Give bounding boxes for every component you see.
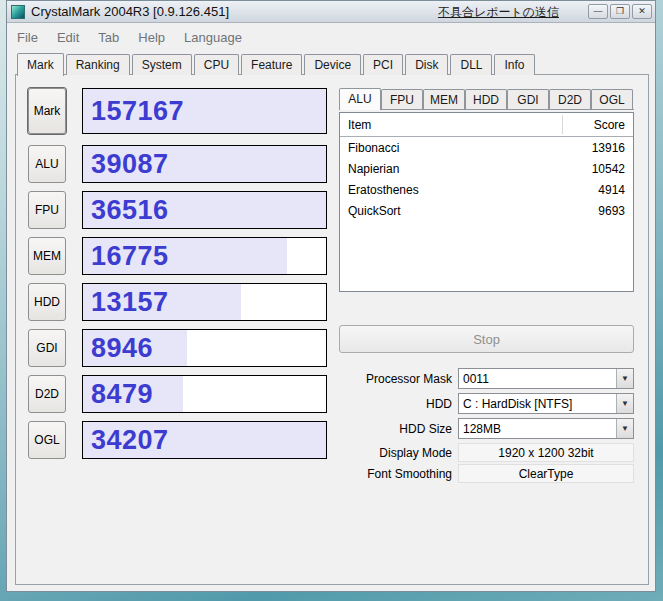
detail-tab-alu[interactable]: ALU xyxy=(339,88,381,110)
fpu-button[interactable]: FPU xyxy=(28,191,66,229)
report-link[interactable]: 不具合レポートの送信 xyxy=(438,4,559,21)
processor-mask-label: Processor Mask xyxy=(339,372,452,386)
setting-font-smoothing: Font Smoothing ClearType xyxy=(339,464,634,483)
bench-row-mark: Mark 157167 xyxy=(28,88,328,134)
gdi-score-value: 8946 xyxy=(91,330,153,366)
chevron-down-icon[interactable]: ▼ xyxy=(616,419,633,438)
bench-row-alu: ALU 39087 xyxy=(28,145,328,183)
table-cell-item: Fibonacci xyxy=(348,141,399,155)
mark-tab-panel: Mark 157167 ALU 39087 FPU 36516 xyxy=(15,74,649,585)
table-header: Item Score xyxy=(340,113,633,137)
hdd-score-bar: 13157 xyxy=(82,283,327,321)
hdd-size-label: HDD Size xyxy=(339,422,452,436)
tab-dll[interactable]: DLL xyxy=(450,54,492,75)
detail-tab-fpu[interactable]: FPU xyxy=(381,89,423,109)
tab-info[interactable]: Info xyxy=(494,54,534,75)
tab-feature[interactable]: Feature xyxy=(241,54,302,75)
bench-row-mem: MEM 16775 xyxy=(28,237,328,275)
detail-tab-mem[interactable]: MEM xyxy=(423,89,465,109)
detail-tab-hdd[interactable]: HDD xyxy=(465,89,507,109)
bench-row-fpu: FPU 36516 xyxy=(28,191,328,229)
mark-score-bar: 157167 xyxy=(82,88,327,134)
stop-button[interactable]: Stop xyxy=(339,325,634,353)
hdd-button[interactable]: HDD xyxy=(28,283,66,321)
chevron-down-icon[interactable]: ▼ xyxy=(616,369,633,388)
detail-score-table: Item Score Fibonacci 13916 Napierian 105… xyxy=(339,112,634,292)
menu-help[interactable]: Help xyxy=(138,30,165,45)
hdd-score-value: 13157 xyxy=(91,284,169,320)
chevron-down-icon[interactable]: ▼ xyxy=(616,394,633,413)
table-cell-item: Napierian xyxy=(348,162,399,176)
d2d-score-bar: 8479 xyxy=(82,375,327,413)
processor-mask-value: 0011 xyxy=(459,372,616,386)
setting-display-mode: Display Mode 1920 x 1200 32bit xyxy=(339,443,634,462)
setting-hdd-size: HDD Size 128MB ▼ xyxy=(339,418,634,439)
tab-device[interactable]: Device xyxy=(304,54,361,75)
gdi-score-bar: 8946 xyxy=(82,329,327,367)
app-window: CrystalMark 2004R3 [0.9.126.451] 不具合レポート… xyxy=(6,0,656,592)
main-tabstrip: Mark Ranking System CPU Feature Device P… xyxy=(17,53,537,75)
detail-tab-gdi[interactable]: GDI xyxy=(507,89,549,109)
tab-system[interactable]: System xyxy=(132,54,192,75)
table-header-score: Score xyxy=(594,118,625,132)
mem-score-bar: 16775 xyxy=(82,237,327,275)
titlebar: CrystalMark 2004R3 [0.9.126.451] 不具合レポート… xyxy=(7,1,655,23)
menu-file[interactable]: File xyxy=(17,30,38,45)
menu-language[interactable]: Language xyxy=(184,30,242,45)
mem-button[interactable]: MEM xyxy=(28,237,66,275)
table-header-item: Item xyxy=(348,118,371,132)
settings-group: Processor Mask 0011 ▼ HDD C : HardDisk [… xyxy=(339,368,634,483)
menu-tab[interactable]: Tab xyxy=(98,30,119,45)
setting-processor-mask: Processor Mask 0011 ▼ xyxy=(339,368,634,389)
tab-cpu[interactable]: CPU xyxy=(194,54,239,75)
detail-tab-d2d[interactable]: D2D xyxy=(549,89,591,109)
table-row: Napierian 10542 xyxy=(340,158,633,179)
tab-mark[interactable]: Mark xyxy=(17,53,64,76)
alu-button[interactable]: ALU xyxy=(28,145,66,183)
detail-tab-ogl[interactable]: OGL xyxy=(591,89,633,109)
ogl-score-value: 34207 xyxy=(91,422,169,458)
setting-hdd: HDD C : HardDisk [NTFS] ▼ xyxy=(339,393,634,414)
bench-row-ogl: OGL 34207 xyxy=(28,421,328,459)
bench-row-d2d: D2D 8479 xyxy=(28,375,328,413)
bench-row-hdd: HDD 13157 xyxy=(28,283,328,321)
maximize-icon[interactable]: ❐ xyxy=(610,4,630,19)
table-cell-score: 9693 xyxy=(598,204,625,218)
window-controls: — ❐ ✕ xyxy=(588,4,652,19)
hdd-label: HDD xyxy=(339,397,452,411)
table-row: Eratosthenes 4914 xyxy=(340,179,633,200)
menubar: File Edit Tab Help Language xyxy=(17,30,242,45)
menu-edit[interactable]: Edit xyxy=(57,30,79,45)
processor-mask-select[interactable]: 0011 ▼ xyxy=(458,368,634,389)
d2d-button[interactable]: D2D xyxy=(28,375,66,413)
alu-score-value: 39087 xyxy=(91,146,169,182)
window-title: CrystalMark 2004R3 [0.9.126.451] xyxy=(31,4,229,19)
tab-disk[interactable]: Disk xyxy=(405,54,448,75)
table-cell-score: 4914 xyxy=(598,183,625,197)
column-divider xyxy=(562,115,563,134)
ogl-button[interactable]: OGL xyxy=(28,421,66,459)
hdd-size-select[interactable]: 128MB ▼ xyxy=(458,418,634,439)
tab-pci[interactable]: PCI xyxy=(363,54,403,75)
detail-tabstrip: ALU FPU MEM HDD GDI D2D OGL xyxy=(339,88,634,110)
detail-panel: ALU FPU MEM HDD GDI D2D OGL Item Score F… xyxy=(339,88,634,485)
table-cell-item: Eratosthenes xyxy=(348,183,419,197)
table-row: Fibonacci 13916 xyxy=(340,137,633,158)
hdd-select[interactable]: C : HardDisk [NTFS] ▼ xyxy=(458,393,634,414)
benchmark-list: Mark 157167 ALU 39087 FPU 36516 xyxy=(28,88,328,467)
font-smoothing-label: Font Smoothing xyxy=(339,467,452,481)
mem-score-value: 16775 xyxy=(91,238,169,274)
tab-ranking[interactable]: Ranking xyxy=(66,54,130,75)
alu-score-bar: 39087 xyxy=(82,145,327,183)
minimize-icon[interactable]: — xyxy=(588,4,608,19)
close-icon[interactable]: ✕ xyxy=(632,4,652,19)
hdd-value: C : HardDisk [NTFS] xyxy=(459,397,616,411)
mark-score-value: 157167 xyxy=(91,89,184,133)
fpu-score-bar: 36516 xyxy=(82,191,327,229)
gdi-button[interactable]: GDI xyxy=(28,329,66,367)
d2d-score-value: 8479 xyxy=(91,376,153,412)
app-icon xyxy=(11,5,25,19)
table-cell-item: QuickSort xyxy=(348,204,401,218)
fpu-score-value: 36516 xyxy=(91,192,169,228)
mark-button[interactable]: Mark xyxy=(28,88,66,134)
